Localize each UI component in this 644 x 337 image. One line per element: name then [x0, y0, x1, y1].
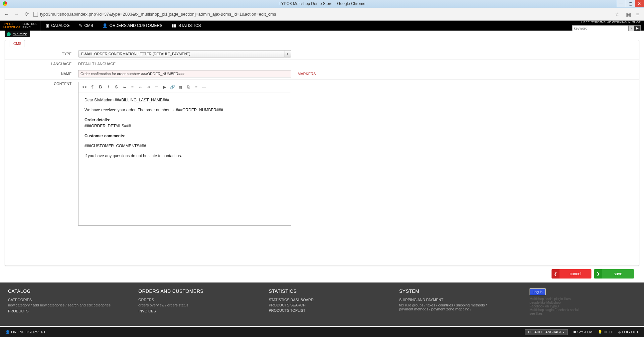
footer-stats-dashboard[interactable]: STATISTICS DASHBOARD [269, 298, 386, 302]
menu-catalog[interactable]: ▣CATALOG [41, 21, 75, 31]
url-text: typo3multishop.lab/index.php?id=37&type=… [40, 12, 276, 17]
tb-hr-icon[interactable]: — [200, 83, 208, 91]
gear-icon: ✖ [573, 330, 576, 334]
tb-anchor-icon[interactable]: ⎘ [184, 83, 192, 91]
extensions-icon[interactable]: ▦ [625, 11, 631, 17]
footer-categories[interactable]: CATEGORIES [8, 298, 125, 302]
footer-system-title: SYSTEM [399, 288, 516, 294]
footer-products-toplist[interactable]: PRODUCTS TOPLIST [269, 308, 386, 312]
markers-link[interactable]: MARKERS [298, 72, 316, 76]
content-p2: We have received your order. The order n… [84, 107, 285, 113]
content-p6: If you have any questions do not hesitat… [84, 153, 285, 159]
chevron-right-icon: ❯ [594, 269, 602, 279]
footer-stats-title: STATISTICS [269, 288, 386, 294]
tb-link-icon[interactable]: 🔗 [168, 83, 176, 91]
online-users: ONLINE USERS: 1/1 [11, 330, 45, 334]
system-link[interactable]: ✖SYSTEM [573, 330, 592, 334]
tb-source-icon[interactable]: <> [80, 83, 88, 91]
minimize-label: minimize [13, 32, 27, 36]
footer-orders[interactable]: ORDERS [138, 298, 255, 302]
chevron-down-icon[interactable]: ▾ [284, 50, 291, 57]
minimize-panel-tab[interactable]: minimize [5, 31, 30, 37]
row-name: NAME MARKERS [5, 68, 639, 80]
footer-system-links2[interactable]: payment methods / payment zone mapping / [399, 307, 516, 311]
footer-orders-links[interactable]: orders overview / orders status [138, 303, 255, 307]
chrome-menu-icon[interactable]: ≡ [635, 11, 641, 17]
language-select[interactable]: DEFAULT LANGUAGE ▾ [525, 329, 567, 335]
back-button[interactable]: ← [3, 11, 10, 18]
editor-body[interactable]: Dear Sir/Madam ###BILLING_LAST_NAME###, … [79, 92, 291, 225]
app-logo[interactable]: TYPO3 MULTISHOP CONTROL PANEL [0, 21, 41, 31]
label-content: CONTENT [12, 82, 78, 86]
search-input[interactable] [572, 25, 629, 31]
tb-pilcrow-icon[interactable]: ¶ [88, 83, 96, 91]
row-language: LANGUAGE DEFAULT LANGUAGE [5, 60, 639, 68]
footer-col-stats: STATISTICS STATISTICS DASHBOARD PRODUCTS… [269, 288, 386, 326]
tb-image-icon[interactable]: ▭ [152, 83, 160, 91]
content-p4: Customer comments: [84, 133, 285, 139]
tab-cms[interactable]: CMS [10, 40, 25, 47]
forward-button[interactable]: → [13, 11, 20, 18]
menu-statistics[interactable]: ▮▮STATISTICS [167, 21, 206, 31]
tb-indent-icon[interactable]: ⇥ [144, 83, 152, 91]
reload-button[interactable]: ⟳ [23, 11, 30, 18]
tb-italic-icon[interactable]: I [104, 83, 112, 91]
window-buttons: — ▢ ✕ [617, 0, 644, 7]
footer-col-orders: ORDERS AND CUSTOMERS ORDERS orders overv… [138, 288, 255, 326]
tb-olist-icon[interactable]: ≡ [128, 83, 136, 91]
panel-tabs: CMS [5, 40, 639, 48]
fb-login-button[interactable]: Log in [530, 288, 546, 295]
help-link[interactable]: 💡HELP [598, 330, 613, 334]
type-select[interactable]: E-MAIL ORDER CONFIRMATION LETTER (DEFAUL… [78, 50, 291, 57]
minimize-window-button[interactable]: — [617, 0, 626, 7]
type-select-value: E-MAIL ORDER CONFIRMATION LETTER (DEFAUL… [78, 50, 284, 57]
bookmark-star-icon[interactable]: ☆ [615, 11, 619, 17]
logo-multishop: MULTISHOP [3, 26, 21, 29]
maximize-window-button[interactable]: ▢ [626, 0, 635, 7]
tb-video-icon[interactable]: ▶ [160, 83, 168, 91]
cancel-button[interactable]: ❮ cancel [552, 269, 591, 279]
chevron-left-icon: ❮ [552, 269, 560, 279]
label-language: LANGUAGE [12, 62, 78, 66]
tb-ulist-icon[interactable]: ≔ [120, 83, 128, 91]
content-p5: ###CUSTOMER_COMMENTS### [84, 143, 285, 149]
user-info: USER: TYPO3MSLAB WORKING IN: SHOP [581, 21, 641, 24]
footer-orders-title: ORDERS AND CUSTOMERS [138, 288, 255, 294]
row-content: CONTENT <> ¶ B I S ≔ ≡ ⇤ ⇥ ▭ ▶ 🔗 ▦ ⎘ ≡ — [5, 80, 639, 228]
logout-icon: ⎋ [618, 330, 621, 334]
footer-col-catalog: CATALOG CATEGORIES new category / add ne… [8, 288, 125, 326]
main-menu: ▣CATALOG ✎CMS 👤ORDERS AND CUSTOMERS ▮▮ST… [41, 21, 206, 31]
url-display[interactable]: typo3multishop.lab/index.php?id=37&type=… [33, 12, 611, 17]
bars-icon: ▮▮ [172, 23, 176, 28]
search-type-dropdown[interactable]: ▾ [629, 25, 634, 31]
footer-products-search[interactable]: PRODUCTS SEARCH [269, 303, 386, 307]
footer-system-links1[interactable]: tax rule groups / taxes / countries / sh… [399, 303, 516, 307]
save-button[interactable]: ❯ save [594, 269, 634, 279]
content-p3: Order details:###ORDER_DETAILS### [84, 117, 285, 129]
folder-icon: ▣ [46, 23, 49, 28]
footer-catalog-links[interactable]: new category / add new categories / sear… [8, 303, 125, 307]
tb-strike-icon[interactable]: S [112, 83, 120, 91]
search-go-button[interactable]: ▶ [634, 25, 641, 31]
tb-align-icon[interactable]: ≡ [192, 83, 200, 91]
menu-cms[interactable]: ✎CMS [74, 21, 98, 31]
footer-invoices[interactable]: INVOICES [138, 309, 255, 313]
cms-edit-panel: CMS TYPE E-MAIL ORDER CONFIRMATION LETTE… [5, 40, 639, 266]
close-window-button[interactable]: ✕ [635, 0, 644, 7]
logo-typo3: TYPO3 [3, 22, 13, 26]
language-value: DEFAULT LANGUAGE [78, 62, 116, 66]
footer-products[interactable]: PRODUCTS [8, 309, 125, 313]
tb-table-icon[interactable]: ▦ [176, 83, 184, 91]
name-input[interactable] [78, 70, 291, 77]
rich-text-editor: <> ¶ B I S ≔ ≡ ⇤ ⇥ ▭ ▶ 🔗 ▦ ⎘ ≡ — Dear Si… [78, 82, 291, 226]
logo-panel: PANEL [23, 26, 37, 29]
person-icon: 👤 [5, 330, 10, 334]
footer-shipping-payment[interactable]: SHIPPING AND PAYMENT [399, 298, 516, 302]
tb-outdent-icon[interactable]: ⇤ [136, 83, 144, 91]
content-p1: Dear Sir/Madam ###BILLING_LAST_NAME###, [84, 97, 285, 103]
tb-bold-icon[interactable]: B [96, 83, 104, 91]
admin-footer: CATALOG CATEGORIES new category / add ne… [0, 282, 644, 326]
logout-link[interactable]: ⎋LOG OUT [618, 330, 639, 334]
footer-social: Log in Multishop social plugin likes peo… [530, 288, 636, 326]
menu-orders[interactable]: 👤ORDERS AND CUSTOMERS [98, 21, 167, 31]
